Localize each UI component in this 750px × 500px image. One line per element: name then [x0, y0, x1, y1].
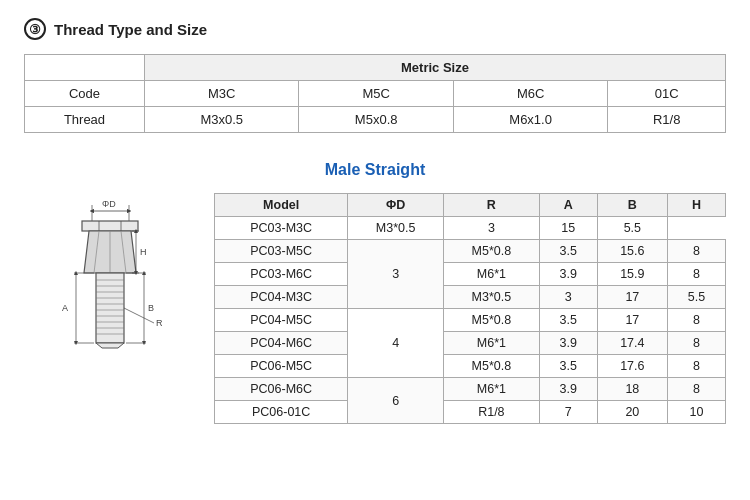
- a-cell: 3.5: [539, 240, 597, 263]
- r-cell: M5*0.8: [444, 309, 540, 332]
- lower-section: ΦD: [24, 193, 726, 424]
- a-cell: 3.5: [539, 355, 597, 378]
- table-row: PC03-M6CM6*13.915.98: [215, 263, 726, 286]
- b-cell: 18: [597, 378, 667, 401]
- section-title: Thread Type and Size: [54, 21, 207, 38]
- h-cell: 8: [667, 378, 725, 401]
- b-cell: 17: [597, 309, 667, 332]
- thread-row-value: 01C: [608, 81, 726, 107]
- h-cell: 10: [667, 401, 725, 424]
- table-row: PC04-M6CM6*13.917.48: [215, 332, 726, 355]
- table-row: PC03-M5C3M5*0.83.515.68: [215, 240, 726, 263]
- phiD-cell: 3: [348, 240, 444, 309]
- b-cell: 15.9: [597, 263, 667, 286]
- svg-text:A: A: [62, 303, 68, 313]
- a-cell: 3: [539, 286, 597, 309]
- data-col-header: H: [667, 194, 725, 217]
- h-cell: 8: [667, 263, 725, 286]
- table-row: PC06-01CR1/872010: [215, 401, 726, 424]
- thread-row-value: R1/8: [608, 107, 726, 133]
- data-col-header: R: [444, 194, 540, 217]
- b-cell: 15: [539, 217, 597, 240]
- svg-rect-4: [82, 221, 138, 231]
- svg-text:ΦD: ΦD: [102, 199, 116, 209]
- data-table: ModelΦDRABH PC03-M3CM3*0.53155.5PC03-M5C…: [214, 193, 726, 424]
- a-cell: 3.9: [539, 378, 597, 401]
- svg-text:B: B: [148, 303, 154, 313]
- table-row: PC04-M3CM3*0.53175.5: [215, 286, 726, 309]
- fitting-diagram: ΦD: [24, 193, 194, 413]
- thread-row-value: M6x1.0: [453, 107, 607, 133]
- data-col-header: B: [597, 194, 667, 217]
- table-row: PC06-M6C6M6*13.9188: [215, 378, 726, 401]
- h-cell: 8: [667, 332, 725, 355]
- a-cell: 3: [444, 217, 540, 240]
- thread-row-value: M5C: [299, 81, 453, 107]
- svg-rect-11: [96, 273, 124, 343]
- model-cell: PC04-M6C: [215, 332, 348, 355]
- model-cell: PC06-01C: [215, 401, 348, 424]
- thread-row-value: M3C: [145, 81, 299, 107]
- b-cell: 15.6: [597, 240, 667, 263]
- table-row: PC03-M3CM3*0.53155.5: [215, 217, 726, 240]
- h-cell: 5.5: [667, 286, 725, 309]
- r-cell: M3*0.5: [348, 217, 444, 240]
- table-row: PC06-M5CM5*0.83.517.68: [215, 355, 726, 378]
- a-cell: 7: [539, 401, 597, 424]
- metric-size-header: Metric Size: [145, 55, 726, 81]
- phiD-cell: 4: [348, 309, 444, 378]
- a-cell: 3.5: [539, 309, 597, 332]
- r-cell: M5*0.8: [444, 355, 540, 378]
- thread-row-label: Thread: [25, 107, 145, 133]
- svg-text:R: R: [156, 318, 163, 328]
- data-col-header: ΦD: [348, 194, 444, 217]
- a-cell: 3.9: [539, 263, 597, 286]
- r-cell: M6*1: [444, 332, 540, 355]
- section-header: ③ Thread Type and Size: [24, 18, 726, 40]
- thread-row-value: M5x0.8: [299, 107, 453, 133]
- model-cell: PC03-M6C: [215, 263, 348, 286]
- r-cell: M5*0.8: [444, 240, 540, 263]
- b-cell: 17.4: [597, 332, 667, 355]
- thread-type-table: Metric Size CodeM3CM5CM6C01CThreadM3x0.5…: [24, 54, 726, 133]
- model-cell: PC04-M3C: [215, 286, 348, 309]
- a-cell: 3.9: [539, 332, 597, 355]
- svg-marker-22: [96, 343, 124, 348]
- r-cell: R1/8: [444, 401, 540, 424]
- model-cell: PC06-M5C: [215, 355, 348, 378]
- thread-row-label: Code: [25, 81, 145, 107]
- svg-text:H: H: [140, 247, 147, 257]
- b-cell: 20: [597, 401, 667, 424]
- phiD-cell: 6: [348, 378, 444, 424]
- model-cell: PC04-M5C: [215, 309, 348, 332]
- b-cell: 17.6: [597, 355, 667, 378]
- model-cell: PC06-M6C: [215, 378, 348, 401]
- table-row: PC04-M5C4M5*0.83.5178: [215, 309, 726, 332]
- h-cell: 8: [667, 240, 725, 263]
- thread-row-value: M6C: [453, 81, 607, 107]
- thread-row-value: M3x0.5: [145, 107, 299, 133]
- data-col-header: A: [539, 194, 597, 217]
- h-cell: 5.5: [597, 217, 667, 240]
- data-col-header: Model: [215, 194, 348, 217]
- b-cell: 17: [597, 286, 667, 309]
- r-cell: M6*1: [444, 263, 540, 286]
- section-number: ③: [24, 18, 46, 40]
- model-cell: PC03-M3C: [215, 217, 348, 240]
- male-straight-title: Male Straight: [24, 161, 726, 179]
- model-cell: PC03-M5C: [215, 240, 348, 263]
- r-cell: M3*0.5: [444, 286, 540, 309]
- h-cell: 8: [667, 355, 725, 378]
- r-cell: M6*1: [444, 378, 540, 401]
- h-cell: 8: [667, 309, 725, 332]
